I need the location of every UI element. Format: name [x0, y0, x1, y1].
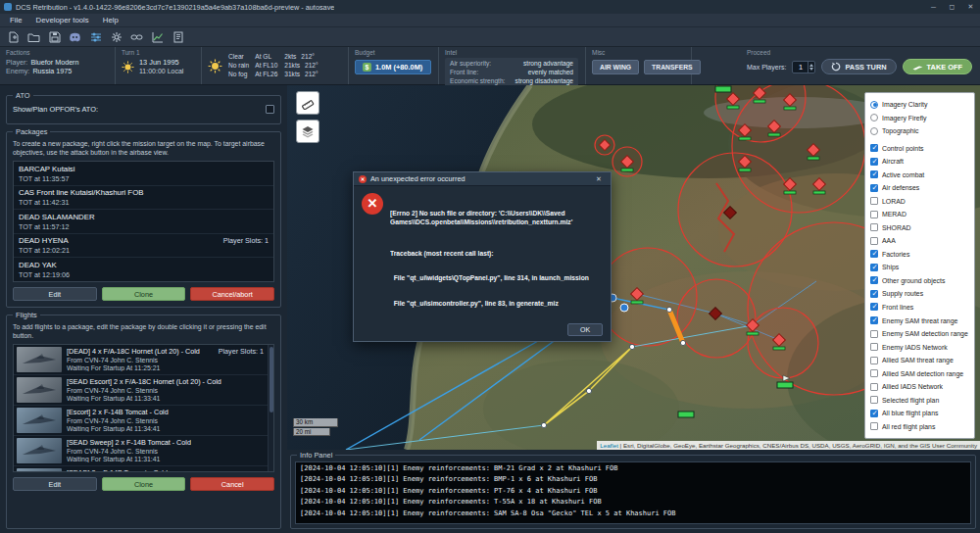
layer-checkbox-other-ground-objects[interactable]: Other ground objects [870, 274, 969, 288]
package-cancel-button[interactable]: Cancel/abort [190, 287, 274, 301]
jet-icon [912, 63, 923, 72]
layer-checkbox-allied-sam-threat-range[interactable]: Allied SAM threat range [870, 354, 969, 367]
info-panel-log[interactable]: [2024-10-04 12:05:10][1] Enemy reinforce… [295, 461, 971, 524]
layers-button[interactable] [296, 120, 319, 143]
budget-button[interactable]: $ 1.0M (+80.0M) [355, 60, 431, 74]
layer-label: All red flight plans [882, 423, 935, 430]
discord-icon[interactable] [66, 28, 84, 45]
dialog-close-icon[interactable]: ✕ [592, 175, 606, 183]
minimize-button[interactable]: ─ [924, 0, 943, 14]
layer-checkbox-selected-flight-plan[interactable]: Selected flight plan [870, 393, 969, 407]
layer-label: Factories [882, 251, 909, 258]
factions-header: Factions [6, 49, 108, 56]
map-controls [296, 91, 319, 143]
layer-checkbox-supply-routes[interactable]: Supply routes [870, 287, 969, 301]
package-edit-button[interactable]: Edit [13, 287, 97, 301]
step-up-icon[interactable] [809, 64, 813, 67]
ato-groupbox: ATO Show/Plan OPFOR's ATO: [6, 95, 281, 124]
layer-checkbox-merad[interactable]: MERAD [870, 208, 969, 221]
radio-icon [870, 101, 878, 109]
layer-checkbox-control-points[interactable]: Control points [870, 142, 969, 156]
air-wing-button[interactable]: AIR WING [592, 60, 639, 74]
layer-checkbox-front-lines[interactable]: Front lines [870, 301, 969, 315]
layer-label: Ships [882, 264, 899, 270]
step-down-icon[interactable] [809, 68, 813, 71]
package-row[interactable]: DEAD YAK TOT at 12:19:06 [14, 258, 273, 282]
traceback-line: File "qt_ui\simcontroller.py", line 83, … [390, 300, 603, 309]
layer-label: Enemy SAM detection range [882, 330, 968, 337]
layer-checkbox-allied-sam-detection-range[interactable]: Allied SAM detection range [870, 366, 969, 380]
ok-button[interactable]: OK [567, 323, 603, 336]
package-row[interactable]: BARCAP Kutaisi TOT at 11:35:57 [14, 162, 273, 186]
package-row[interactable]: CAS Front line Kutaisi/Khashuri FOB TOT … [14, 186, 273, 211]
gear-icon[interactable] [107, 28, 125, 45]
layer-checkbox-enemy-sam-threat-range[interactable]: Enemy SAM threat range [870, 314, 969, 327]
menu-developer-tools[interactable]: Developer tools [29, 16, 96, 24]
menu-help[interactable]: Help [96, 16, 125, 24]
settings-sliders-icon[interactable] [86, 28, 105, 45]
pass-turn-button[interactable]: PASS TURN [821, 59, 896, 74]
proceed-section: Proceed Max Players: 1 PASS TURN TAKE OF… [741, 47, 980, 84]
flight-row[interactable]: [SEAD] 2 x F-14B Tomcat - Cold [14, 466, 273, 472]
packages-list[interactable]: BARCAP Kutaisi TOT at 11:35:57 CAS Front… [13, 161, 274, 282]
layer-radio-topographic[interactable]: Topographic [870, 124, 969, 138]
checkbox-icon [870, 290, 878, 298]
flight-row[interactable]: [SEAD Escort] 2 x F/A-18C Hornet (Lot 20… [14, 375, 273, 406]
link-icon[interactable] [127, 28, 146, 45]
flight-info: [DEAD] 4 x F/A-18C Hornet (Lot 20) - Col… [67, 347, 264, 372]
flight-origin: From CVN-74 John C. Stennis [67, 357, 264, 363]
error-dialog-titlebar[interactable]: ✕ An unexpected error occurred ✕ [354, 172, 611, 186]
layer-checkbox-shorad[interactable]: SHORAD [870, 221, 969, 235]
intel-value: strong disadvantage [515, 77, 573, 85]
flight-row[interactable]: [Escort] 2 x F-14B Tomcat - Cold From CV… [14, 406, 273, 436]
ato-checkbox[interactable] [266, 105, 274, 114]
package-clone-button[interactable]: Clone [102, 287, 186, 301]
layer-checkbox-lorad[interactable]: LORAD [870, 195, 969, 209]
close-button[interactable]: ✕ [961, 0, 980, 14]
map-area[interactable]: Imagery Clarity Imagery Firefly Topograp… [287, 85, 980, 450]
flight-clone-button[interactable]: Clone [102, 477, 186, 491]
open-folder-icon[interactable] [24, 28, 43, 45]
layer-checkbox-enemy-sam-detection-range[interactable]: Enemy SAM detection range [870, 327, 969, 341]
layer-label: Air defenses [882, 184, 919, 191]
take-off-button[interactable]: TAKE OFF [903, 59, 972, 74]
layer-radio-imagery-firefly[interactable]: Imagery Firefly [870, 112, 969, 125]
stepper-arrows[interactable] [808, 62, 814, 73]
layer-checkbox-aaa[interactable]: AAA [870, 234, 969, 248]
layer-radio-imagery-clarity[interactable]: Imagery Clarity [870, 98, 969, 112]
flight-row[interactable]: [DEAD] 4 x F/A-18C Hornet (Lot 20) - Col… [14, 345, 273, 375]
maximize-button[interactable]: ◻ [943, 0, 961, 14]
measure-tool-button[interactable] [296, 91, 319, 115]
max-players-stepper[interactable]: 1 [792, 61, 815, 73]
flights-scrollbar[interactable] [268, 345, 273, 471]
leaflet-link[interactable]: Leaflet [600, 442, 618, 449]
package-row[interactable]: DEAD HYENAPlayer Slots: 1 TOT at 12:02:2… [14, 234, 273, 259]
ato-title: ATO [13, 91, 33, 100]
package-row[interactable]: DEAD SALAMANDER TOT at 11:57:12 [14, 210, 273, 234]
flight-cancel-button[interactable]: Cancel [190, 477, 274, 491]
info-panel-title: Info Panel [297, 451, 335, 460]
menu-file[interactable]: File [3, 16, 29, 24]
notes-icon[interactable] [169, 28, 187, 45]
player-faction-value: Bluefor Modern [30, 58, 78, 67]
flight-row[interactable]: [SEAD Sweep] 2 x F-14B Tomcat - Cold Fro… [14, 436, 273, 466]
packages-instructions: To create a new package, right click the… [13, 140, 274, 157]
layer-checkbox-ships[interactable]: Ships [870, 261, 969, 274]
layer-checkbox-allied-iads-network[interactable]: Allied IADS Network [870, 380, 969, 394]
layer-checkbox-factories[interactable]: Factories [870, 248, 969, 262]
layer-checkbox-air-defenses[interactable]: Air defenses [870, 181, 969, 195]
layer-checkbox-aircraft[interactable]: Aircraft [870, 155, 969, 169]
turn-time: 11:00:00 Local [139, 67, 183, 75]
layer-checkbox-enemy-iads-network[interactable]: Enemy IADS Network [870, 340, 969, 354]
scrollbar-thumb[interactable] [270, 347, 273, 412]
statistics-icon[interactable] [148, 28, 167, 45]
save-icon[interactable] [45, 28, 64, 45]
new-mission-icon[interactable] [4, 28, 23, 45]
layer-checkbox-all-blue-flight-plans[interactable]: All blue flight plans [870, 407, 969, 420]
flights-list[interactable]: [DEAD] 4 x F/A-18C Hornet (Lot 20) - Col… [13, 344, 274, 472]
flight-edit-button[interactable]: Edit [13, 477, 97, 491]
intel-section: Intel Air superiority:strong advantage F… [439, 47, 586, 84]
layer-checkbox-active-combat[interactable]: Active combat [870, 169, 969, 182]
layer-checkbox-all-red-flight-plans[interactable]: All red flight plans [870, 419, 969, 433]
log-line: [2024-10-04 12:05:10][1] Enemy reinforce… [300, 497, 966, 508]
